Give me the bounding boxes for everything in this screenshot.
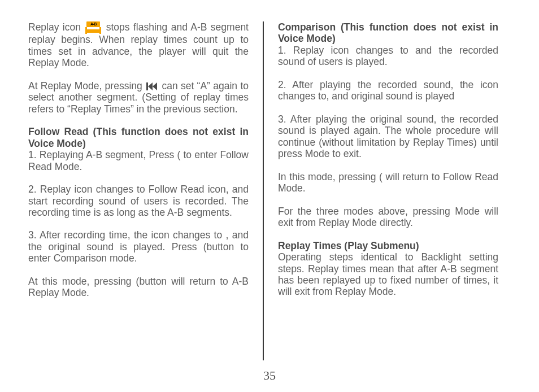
paragraph: At this mode, pressing (button will retu… — [28, 276, 249, 299]
manual-page: Replay icon A-B stops flashing and A-B s… — [0, 0, 539, 392]
body-text: 3. After recording time, the icon change… — [28, 229, 249, 264]
ab-icon-bottom — [85, 27, 101, 34]
column-divider — [263, 21, 264, 360]
paragraph: 3. After playing the original sound, the… — [278, 114, 498, 160]
section-heading: Replay Times (Play Submenu) — [278, 240, 419, 251]
page-number: 35 — [0, 368, 539, 383]
section: Follow Read (This function does not exis… — [28, 126, 249, 172]
body-text: Replay icon — [28, 21, 84, 33]
two-column-layout: Replay icon A-B stops flashing and A-B s… — [28, 21, 511, 366]
body-text: 2. After playing the recorded sound, the… — [278, 79, 498, 102]
paragraph: For the three modes above, pressing Mode… — [278, 206, 498, 229]
body-text: For the three modes above, pressing Mode… — [278, 206, 498, 228]
body-text: At Replay Mode, pressing — [28, 80, 145, 92]
left-column: Replay icon A-B stops flashing and A-B s… — [28, 21, 260, 366]
paragraph: 2. Replay icon changes to Follow Read ic… — [28, 184, 249, 218]
body-text: 1. Replaying A-B segment, Press ( to ent… — [28, 149, 249, 172]
section: Replay Times (Play Submenu) Operating st… — [278, 240, 498, 298]
right-column: Comparison (This function does not exist… — [267, 21, 498, 366]
section-heading: Comparison (This function does not exist… — [278, 21, 498, 44]
body-text: In this mode, pressing ( will return to … — [278, 171, 498, 194]
previous-track-icon — [146, 82, 158, 90]
paragraph: In this mode, pressing ( will return to … — [278, 171, 498, 194]
body-text: At this mode, pressing (button will retu… — [28, 276, 249, 298]
body-text: 1. Replay icon changes to and the record… — [278, 45, 498, 67]
paragraph: 3. After recording time, the icon change… — [28, 229, 249, 264]
paragraph: At Replay Mode, pressing can set “A” aga… — [28, 80, 249, 115]
ab-icon-label: A-B — [86, 21, 100, 27]
paragraph: 2. After playing the recorded sound, the… — [278, 79, 498, 102]
body-text: Operating steps identical to Backlight s… — [278, 251, 498, 297]
section: Comparison (This function does not exist… — [278, 21, 498, 68]
body-text: 2. Replay icon changes to Follow Read ic… — [28, 184, 249, 218]
paragraph: Replay icon A-B stops flashing and A-B s… — [28, 21, 249, 69]
section-heading: Follow Read (This function does not exis… — [28, 126, 249, 149]
body-text: 3. After playing the original sound, the… — [278, 114, 498, 159]
ab-replay-icon: A-B — [85, 21, 101, 34]
